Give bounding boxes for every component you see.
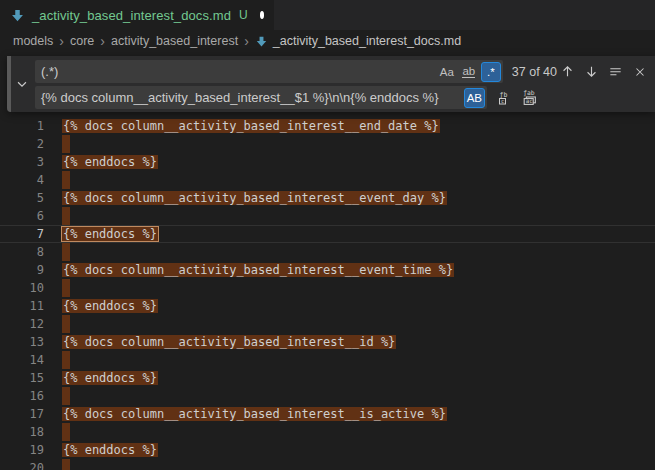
preserve-case-toggle[interactable]: AB xyxy=(464,88,485,108)
line-row[interactable]: 20 xyxy=(0,459,655,470)
line-text[interactable] xyxy=(44,459,655,470)
empty-match-highlight xyxy=(62,423,70,441)
whole-word-toggle[interactable]: ab xyxy=(459,62,479,82)
line-number[interactable]: 3 xyxy=(0,153,44,171)
line-text[interactable]: {% docs column__activity_based_interest_… xyxy=(44,333,655,351)
line-row[interactable]: 8 xyxy=(0,243,655,261)
line-text[interactable]: {% docs column__activity_based_interest_… xyxy=(44,117,655,135)
line-row[interactable]: 18 xyxy=(0,423,655,441)
line-row[interactable]: 6 xyxy=(0,207,655,225)
line-text[interactable]: {% docs column__activity_based_interest_… xyxy=(44,405,655,423)
line-text[interactable]: {% enddocs %} xyxy=(44,369,655,387)
empty-match-highlight xyxy=(62,207,70,225)
replace-row: {% docs column__activity_based_interest_… xyxy=(35,86,655,109)
line-number[interactable]: 1 xyxy=(0,117,44,135)
line-row[interactable]: 17{% docs column__activity_based_interes… xyxy=(0,405,655,423)
line-text[interactable]: {% docs column__activity_based_interest_… xyxy=(44,261,655,279)
line-text[interactable] xyxy=(44,171,655,189)
breadcrumb-item-core[interactable]: core xyxy=(70,34,94,48)
regex-toggle[interactable]: .* xyxy=(481,62,501,82)
line-text[interactable] xyxy=(44,423,655,441)
line-row[interactable]: 19{% enddocs %} xyxy=(0,441,655,459)
vscode-editor-window: _activity_based_interest_docs.md U model… xyxy=(0,0,655,470)
replace-button[interactable]: ƒb c xyxy=(494,87,515,108)
find-match-highlight: {% enddocs %} xyxy=(62,443,158,457)
code-lines: 1{% docs column__activity_based_interest… xyxy=(0,117,655,470)
result-count: 37 of 40 xyxy=(512,65,557,79)
line-text[interactable]: {% enddocs %} xyxy=(44,153,655,171)
line-text[interactable]: {% enddocs %} xyxy=(44,226,655,242)
breadcrumb: models › core › activity_based_interest … xyxy=(0,30,655,52)
line-number[interactable]: 10 xyxy=(0,279,44,297)
close-find-button[interactable] xyxy=(629,61,650,82)
find-match-highlight: {% enddocs %} xyxy=(62,299,158,313)
svg-text:c: c xyxy=(501,98,504,104)
empty-match-highlight xyxy=(62,279,70,297)
line-row[interactable]: 12 xyxy=(0,315,655,333)
line-number[interactable]: 15 xyxy=(0,369,44,387)
find-match-highlight: {% docs column__activity_based_interest_… xyxy=(62,191,447,205)
line-row[interactable]: 9{% docs column__activity_based_interest… xyxy=(0,261,655,279)
line-text[interactable] xyxy=(44,315,655,333)
line-row[interactable]: 7{% enddocs %} xyxy=(0,225,655,243)
find-match-highlight: {% docs column__activity_based_interest_… xyxy=(62,119,440,133)
breadcrumb-item-activity-based-interest[interactable]: activity_based_interest xyxy=(111,34,238,48)
line-text[interactable] xyxy=(44,387,655,405)
line-row[interactable]: 11{% enddocs %} xyxy=(0,297,655,315)
replace-all-button[interactable]: ƒab ac xyxy=(519,87,540,108)
find-input[interactable]: (.*) Aa ab .* xyxy=(35,60,503,83)
line-number[interactable]: 8 xyxy=(0,243,44,261)
find-match-highlight: {% docs column__activity_based_interest_… xyxy=(62,263,454,277)
line-number[interactable]: 13 xyxy=(0,333,44,351)
line-number[interactable]: 18 xyxy=(0,423,44,441)
line-number[interactable]: 7 xyxy=(0,226,44,242)
find-in-selection-toggle[interactable] xyxy=(605,61,626,82)
line-row[interactable]: 14 xyxy=(0,351,655,369)
empty-match-highlight xyxy=(62,459,70,470)
line-text[interactable]: {% enddocs %} xyxy=(44,297,655,315)
line-row[interactable]: 10 xyxy=(0,279,655,297)
line-number[interactable]: 2 xyxy=(0,135,44,153)
line-text[interactable] xyxy=(44,351,655,369)
line-row[interactable]: 13{% docs column__activity_based_interes… xyxy=(0,333,655,351)
find-actions xyxy=(557,61,655,82)
find-previous-button[interactable] xyxy=(557,61,578,82)
match-case-toggle[interactable]: Aa xyxy=(437,62,457,82)
breadcrumb-item-models[interactable]: models xyxy=(13,34,53,48)
chevron-right-icon: › xyxy=(244,34,249,48)
line-text[interactable] xyxy=(44,243,655,261)
line-row[interactable]: 16 xyxy=(0,387,655,405)
line-number[interactable]: 19 xyxy=(0,441,44,459)
line-text[interactable]: {% docs column__activity_based_interest_… xyxy=(44,189,655,207)
find-match-highlight: {% docs column__activity_based_interest_… xyxy=(62,407,447,421)
line-number[interactable]: 5 xyxy=(0,189,44,207)
line-text[interactable] xyxy=(44,207,655,225)
line-number[interactable]: 20 xyxy=(0,459,44,470)
find-next-button[interactable] xyxy=(581,61,602,82)
find-match-highlight: {% enddocs %} xyxy=(62,371,158,385)
line-number[interactable]: 12 xyxy=(0,315,44,333)
line-number[interactable]: 11 xyxy=(0,297,44,315)
line-text[interactable] xyxy=(44,135,655,153)
line-number[interactable]: 9 xyxy=(0,261,44,279)
line-number[interactable]: 14 xyxy=(0,351,44,369)
line-row[interactable]: 5{% docs column__activity_based_interest… xyxy=(0,189,655,207)
line-row[interactable]: 4 xyxy=(0,171,655,189)
line-row[interactable]: 15{% enddocs %} xyxy=(0,369,655,387)
editor-code-area[interactable]: 1{% docs column__activity_based_interest… xyxy=(0,52,655,470)
line-row[interactable]: 3{% enddocs %} xyxy=(0,153,655,171)
line-row[interactable]: 1{% docs column__activity_based_interest… xyxy=(0,117,655,135)
line-text[interactable]: {% enddocs %} xyxy=(44,441,655,459)
toggle-replace-button[interactable] xyxy=(11,56,33,112)
line-number[interactable]: 6 xyxy=(0,207,44,225)
tab-active-file[interactable]: _activity_based_interest_docs.md U xyxy=(0,0,274,30)
line-number[interactable]: 17 xyxy=(0,405,44,423)
replace-input[interactable]: {% docs column__activity_based_interest_… xyxy=(35,86,487,109)
line-text[interactable] xyxy=(44,279,655,297)
line-number[interactable]: 4 xyxy=(0,171,44,189)
line-number[interactable]: 16 xyxy=(0,387,44,405)
empty-match-highlight xyxy=(62,171,70,189)
breadcrumb-item-file[interactable]: _activity_based_interest_docs.md xyxy=(255,34,461,48)
unsaved-dot-indicator[interactable] xyxy=(260,11,264,19)
line-row[interactable]: 2 xyxy=(0,135,655,153)
